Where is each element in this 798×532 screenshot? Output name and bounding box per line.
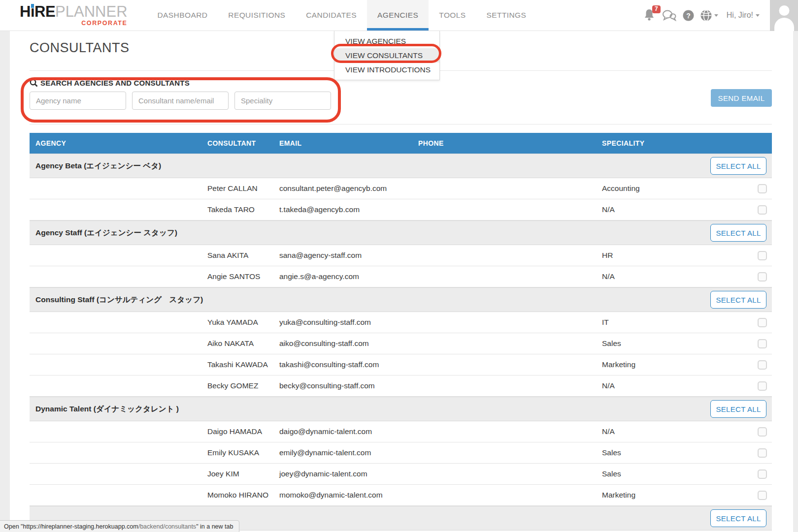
consultant-name-email-input[interactable] [132,92,229,110]
consultant-email: becky@consulting-staff.com [279,381,418,390]
agency-name: Agency Staff (エイジェンシー スタッフ) [35,228,177,238]
consultant-speciality: Sales [602,448,714,457]
topbar-right-controls: 7 ? Hi, Jiro! [643,0,798,31]
nav-tools[interactable]: TOOLS [429,0,476,31]
consultant-speciality: Marketing [602,491,714,500]
consultant-speciality: N/A [602,427,714,436]
row-checkbox[interactable] [758,448,767,458]
nav-dashboard[interactable]: DASHBOARD [147,0,218,31]
table-row: Takashi KAWADA takashi@consulting-staff.… [30,354,772,376]
consultant-email: takashi@consulting-staff.com [279,360,418,369]
main-nav: DASHBOARD REQUISITIONS CANDIDATES AGENCI… [147,0,537,31]
table-row: Peter CALLAN consultant.peter@agencyb.co… [30,178,772,199]
consultant-name: Takeda TARO [207,205,279,214]
select-all-button[interactable]: SELECT ALL [710,224,766,242]
row-checkbox[interactable] [758,469,767,479]
consultant-speciality: N/A [602,272,714,281]
hireplanner-logo[interactable]: HiREPLANNER CORPORATE [20,4,128,27]
notification-badge: 7 [652,5,661,13]
nav-requisitions[interactable]: REQUISITIONS [218,0,296,31]
messages-chat-icon[interactable] [662,9,676,21]
table-row: Joey KIM joey@dynamic-talent.com Sales [30,464,772,485]
menu-item-view-agencies[interactable]: VIEW AGENCIES [334,34,439,48]
row-checkbox[interactable] [758,318,767,327]
menu-item-view-consultants[interactable]: VIEW CONSULTANTS [334,48,439,63]
svg-text:?: ? [686,11,691,19]
row-checkbox[interactable] [758,360,767,370]
row-checkbox[interactable] [758,205,767,215]
divider [30,124,772,125]
help-icon[interactable]: ? [683,10,694,21]
row-checkbox[interactable] [758,184,767,193]
consultant-name: Joey KIM [207,469,279,478]
consultant-speciality: Marketing [602,360,714,369]
consultant-speciality: N/A [602,381,714,390]
agency-name: Agency Beta (エイジェンシー ベタ) [35,161,161,171]
consultant-name: Yuka YAMADA [207,318,279,327]
consultant-speciality: IT [602,318,714,327]
table-row: Daigo HAMADA daigo@dynamic-talent.com N/… [30,421,772,442]
menu-item-view-introductions[interactable]: VIEW INTRODUCTIONS [334,63,439,77]
main-content: CONSULTANTS SEARCH AGENCIES AND CONSULTA… [10,31,793,532]
top-navigation-bar: HiREPLANNER CORPORATE DASHBOARD REQUISIT… [0,0,798,31]
consultant-name: Angie SANTOS [207,272,279,281]
consultant-email: aiko@consulting-staff.com [279,339,418,348]
table-row: Sana AKITA sana@agency-staff.com HR [30,245,772,266]
language-globe-icon[interactable] [700,10,718,21]
row-checkbox[interactable] [758,251,767,260]
consultant-email: yuka@consulting-staff.com [279,318,418,327]
agency-group-row: Dynamic Talent (ダイナミックタレント ) SELECT ALL [30,397,772,421]
consultant-email: consultant.peter@agencyb.com [279,184,418,193]
table-row: Takeda TARO t.takeda@agencyb.com N/A [30,199,772,220]
table-row: Becky GOMEZ becky@consulting-staff.com N… [30,376,772,397]
row-checkbox[interactable] [758,427,767,437]
browser-status-tooltip: Open "https://hireplanner-staging.heroku… [0,520,239,532]
consultant-email: t.takeda@agencyb.com [279,205,418,214]
row-checkbox[interactable] [758,272,767,282]
consultant-name: Sana AKITA [207,251,279,260]
column-header-agency: AGENCY [30,139,207,147]
search-section: SEARCH AGENCIES AND CONSULTANTS SEND EMA… [30,79,772,110]
table-row: Momoko HIRANO momoko@dynamic-talent.com … [30,485,772,506]
consultant-name: Takashi KAWADA [207,360,279,369]
select-all-button[interactable]: SELECT ALL [710,157,766,175]
consultant-name: Momoko HIRANO [207,491,279,500]
select-all-button[interactable]: SELECT ALL [710,291,766,309]
agency-group-row: Consulting Staff (コンサルティング スタッフ) SELECT … [30,287,772,312]
consultant-email: daigo@dynamic-talent.com [279,427,418,436]
agencies-dropdown-menu: VIEW AGENCIES VIEW CONSULTANTS VIEW INTR… [334,31,440,80]
user-greeting: Hi, Jiro! [727,11,753,20]
user-menu[interactable]: Hi, Jiro! [727,11,760,20]
row-checkbox[interactable] [758,491,767,500]
table-row: Aiko NAKATA aiko@consulting-staff.com Sa… [30,333,772,354]
consultant-email: sana@agency-staff.com [279,251,418,260]
select-all-button[interactable]: SELECT ALL [710,400,766,418]
consultant-speciality: Sales [602,469,714,478]
logo-tagline: CORPORATE [81,20,127,27]
agency-name-input[interactable] [30,92,126,110]
consultant-email: momoko@dynamic-talent.com [279,491,418,500]
consultant-email: emily@dynamic-talent.com [279,448,418,457]
nav-candidates[interactable]: CANDIDATES [296,0,367,31]
globe-caret-icon [714,14,718,17]
select-all-button[interactable]: SELECT ALL [710,509,766,527]
send-email-button[interactable]: SEND EMAIL [711,89,772,107]
table-row: Angie SANTOS angie.s@a-agency.com N/A [30,266,772,287]
table-row: Emily KUSAKA emily@dynamic-talent.com Sa… [30,442,772,464]
consultant-name: Daigo HAMADA [207,427,279,436]
speciality-input[interactable] [234,92,331,110]
search-icon [30,79,38,87]
consultant-speciality: Sales [602,339,714,348]
agency-group-row: Agency Staff (エイジェンシー スタッフ) SELECT ALL [30,220,772,245]
consultant-email: joey@dynamic-talent.com [279,469,418,478]
row-checkbox[interactable] [758,381,767,391]
nav-agencies[interactable]: AGENCIES [367,0,429,31]
user-avatar[interactable] [770,0,798,31]
row-checkbox[interactable] [758,339,767,348]
column-header-consultant: CONSULTANT [207,139,279,147]
nav-settings[interactable]: SETTINGS [476,0,537,31]
agency-group-row: Agency Beta (エイジェンシー ベタ) SELECT ALL [30,154,772,178]
table-row: Yuka YAMADA yuka@consulting-staff.com IT [30,312,772,333]
agency-name: Consulting Staff (コンサルティング スタッフ) [35,295,203,305]
notifications-bell-icon[interactable]: 7 [643,9,655,22]
